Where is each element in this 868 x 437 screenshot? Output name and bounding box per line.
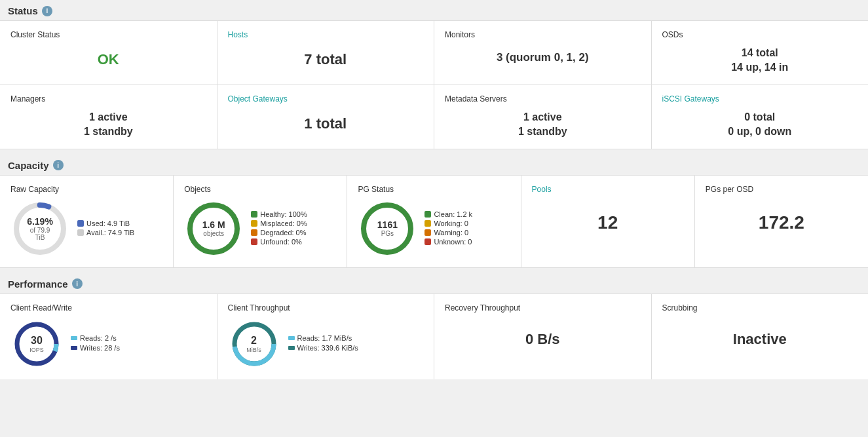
performance-grid: Client Read/Write 30 IOPS Reads: 2 / (0, 294, 868, 379)
osds-line2: 14 up, 14 in (662, 60, 858, 75)
pgs-per-osd-card: PGs per OSD 172.2 (695, 176, 868, 267)
avail-label: Avail.: 74.9 TiB (86, 229, 134, 237)
objects-dot-1 (251, 220, 257, 227)
pg-dot-0 (425, 211, 431, 218)
pg-legend-1: Working: 0 (425, 219, 472, 227)
client-rw-donut: 30 IOPS (10, 318, 63, 370)
pools-card: Pools 12 (521, 176, 694, 267)
client-rw-val: 30 (29, 335, 44, 347)
client-rw-content: 30 IOPS Reads: 2 /s Writes: 28 /s (10, 318, 206, 370)
monitors-title: Monitors (445, 30, 641, 39)
pg-dot-2 (425, 229, 431, 236)
pg-label-1: Working: 0 (434, 219, 468, 227)
monitors-card: Monitors 3 (quorum 0, 1, 2) (434, 21, 651, 85)
throughput-writes-label: Writes: 339.6 KiB/s (297, 344, 358, 352)
status-title: Status (8, 5, 38, 16)
status-info-icon[interactable]: i (42, 6, 52, 16)
pg-status-center: 1161 PGs (377, 219, 398, 238)
raw-capacity-card: Raw Capacity 6.19% of 79.9 TiB Used: (0, 176, 173, 267)
pg-status-sub: PGs (377, 230, 398, 237)
osds-line1: 14 total (662, 46, 858, 60)
objects-legend-3: Unfound: 0% (251, 238, 307, 246)
pg-dot-1 (425, 220, 431, 227)
avail-dot (77, 229, 84, 236)
raw-capacity-pct: 6.19% (26, 216, 55, 227)
hosts-title[interactable]: Hosts (228, 30, 424, 39)
client-throughput-center: 2 MiB/s (246, 335, 261, 353)
cluster-status-card: Cluster Status OK (0, 21, 217, 85)
pg-status-legend: Clean: 1.2 k Working: 0 Warning: 0 Unkno… (425, 210, 472, 247)
writes-dot (71, 346, 77, 350)
metadata-servers-card: Metadata Servers 1 active 1 standby (434, 85, 651, 149)
pg-status-title: PG Status (358, 185, 510, 194)
client-rw-legend: Reads: 2 /s Writes: 28 /s (71, 334, 120, 354)
writes-label: Writes: 28 /s (80, 344, 120, 352)
throughput-reads: Reads: 1.7 MiB/s (288, 334, 358, 342)
objects-donut: 1.6 M objects (184, 199, 243, 258)
object-gateways-value: 1 total (228, 115, 424, 132)
client-throughput-donut: 2 MiB/s (228, 318, 280, 370)
client-rw-writes: Writes: 28 /s (71, 344, 120, 352)
scrubbing-title: Scrubbing (662, 303, 698, 313)
metadata-servers-values: 1 active 1 standby (445, 110, 641, 140)
pg-status-card: PG Status 1161 PGs Clean: 1.2 k (347, 176, 520, 267)
client-rw-reads: Reads: 2 /s (71, 334, 120, 342)
pg-status-donut: 1161 PGs (358, 199, 417, 258)
object-gateways-title[interactable]: Object Gateways (228, 94, 424, 104)
metadata-servers-line2: 1 standby (445, 124, 641, 139)
objects-title: Objects (184, 185, 336, 194)
recovery-value: 0 B/s (525, 331, 560, 348)
objects-dot-0 (251, 211, 257, 218)
pg-label-0: Clean: 1.2 k (434, 210, 472, 218)
used-dot (77, 220, 84, 227)
scrubbing-card: Scrubbing Inactive (652, 294, 869, 379)
raw-capacity-avail: Avail.: 74.9 TiB (77, 229, 134, 237)
capacity-info-icon[interactable]: i (53, 160, 64, 170)
scrubbing-value: Inactive (733, 331, 787, 348)
iscsi-gateways-card: iSCSI Gateways 0 total 0 up, 0 down (652, 85, 869, 149)
performance-title: Performance (8, 278, 68, 290)
objects-dot-2 (251, 229, 257, 236)
hosts-card: Hosts 7 total (217, 21, 434, 85)
throughput-reads-label: Reads: 1.7 MiB/s (297, 334, 352, 342)
managers-line1: 1 active (10, 110, 206, 124)
raw-capacity-donut: 6.19% of 79.9 TiB (10, 199, 69, 258)
client-rw-card: Client Read/Write 30 IOPS Reads: 2 / (0, 294, 217, 379)
osds-values: 14 total 14 up, 14 in (662, 46, 858, 75)
managers-line2: 1 standby (10, 124, 206, 139)
client-rw-center: 30 IOPS (29, 335, 44, 353)
client-throughput-title: Client Throughput (228, 303, 424, 313)
capacity-title: Capacity (8, 160, 49, 171)
pg-label-2: Warning: 0 (434, 229, 468, 237)
status-grid: Cluster Status OK Hosts 7 total Monitors… (0, 20, 868, 149)
iscsi-gateways-title[interactable]: iSCSI Gateways (662, 94, 858, 104)
status-header: Status i (0, 0, 868, 20)
pg-legend-2: Warning: 0 (425, 229, 472, 237)
objects-content: 1.6 M objects Healthy: 100% Misplaced: 0… (184, 199, 336, 258)
used-label: Used: 4.9 TiB (86, 219, 130, 227)
recovery-title: Recovery Throughput (445, 303, 520, 313)
iscsi-gateways-values: 0 total 0 up, 0 down (662, 110, 858, 140)
cluster-status-value: OK (10, 51, 206, 68)
pg-legend-0: Clean: 1.2 k (425, 210, 472, 218)
metadata-servers-title: Metadata Servers (445, 94, 641, 104)
pgs-per-osd-title: PGs per OSD (706, 185, 753, 194)
objects-label-1: Misplaced: 0% (260, 219, 307, 227)
pools-title[interactable]: Pools (532, 185, 552, 194)
raw-capacity-sub: of 79.9 TiB (26, 227, 55, 241)
objects-legend-1: Misplaced: 0% (251, 219, 307, 227)
pg-legend-3: Unknown: 0 (425, 238, 472, 246)
objects-sub: objects (202, 230, 225, 237)
monitors-value: 3 (quorum 0, 1, 2) (445, 51, 641, 64)
pg-dot-3 (425, 238, 431, 245)
raw-capacity-center: 6.19% of 79.9 TiB (26, 216, 55, 241)
managers-card: Managers 1 active 1 standby (0, 85, 217, 149)
capacity-section: Capacity i Raw Capacity 6.19% of 79.9 Ti… (0, 155, 868, 268)
managers-values: 1 active 1 standby (10, 110, 206, 140)
reads-label: Reads: 2 /s (80, 334, 117, 342)
pg-status-val: 1161 (377, 219, 398, 231)
objects-label-2: Degraded: 0% (260, 229, 306, 237)
performance-info-icon[interactable]: i (72, 278, 83, 289)
osds-title: OSDs (662, 30, 858, 39)
pg-status-content: 1161 PGs Clean: 1.2 k Working: 0 (358, 199, 510, 258)
